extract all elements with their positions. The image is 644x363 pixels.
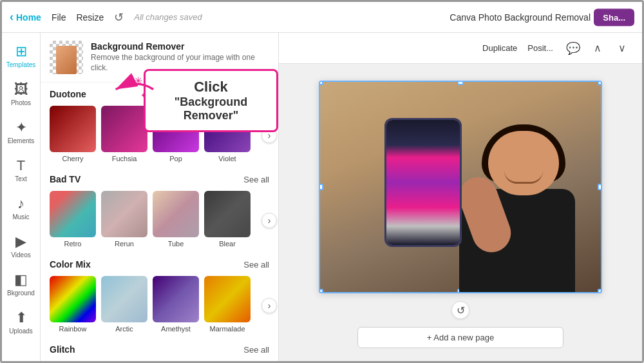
- retro-thumb: [50, 191, 96, 237]
- sidebar-item-videos[interactable]: ▶ Videos: [5, 228, 38, 264]
- glitch-see-all[interactable]: See all: [243, 345, 269, 355]
- sidebar-label-text: Text: [15, 175, 26, 182]
- tube-thumb: [153, 191, 199, 237]
- filter-violet[interactable]: Violet: [204, 106, 251, 162]
- filter-rerun[interactable]: Rerun: [101, 191, 147, 248]
- filter-blear[interactable]: Blear: [204, 191, 251, 248]
- duotone-see-all[interactable]: See all: [243, 90, 269, 99]
- duotone-header: Duotone See all: [41, 83, 278, 103]
- music-icon: ♪: [17, 195, 24, 212]
- sidebar-item-templates[interactable]: ⊞ Templates: [5, 38, 38, 74]
- filter-marmalade[interactable]: Marmalade: [204, 276, 251, 333]
- color-mix-grid: Rainbow Arctic Amethyst Marmalade ›: [41, 273, 278, 338]
- marmalade-thumb: [204, 276, 251, 322]
- glitch-title: Glitch: [50, 344, 75, 355]
- sidebar-label-videos: Videos: [11, 251, 30, 259]
- sidebar-label-templates: Templates: [6, 61, 36, 68]
- phone-image: [384, 118, 462, 247]
- bg-remover-title: Background Remover: [91, 41, 269, 52]
- main-layout: ⊞ Templates 🖼 Photos ✦ Elements T Text ♪…: [2, 33, 642, 363]
- color-mix-section: Color Mix See all Rainbow Arctic Amethys…: [41, 253, 278, 338]
- filter-pop[interactable]: Pop: [153, 106, 199, 162]
- bg-remover-description: Remove the background of your image with…: [91, 53, 269, 73]
- uploads-icon: ⬆: [15, 309, 27, 326]
- filter-amethyst[interactable]: Amethyst: [153, 276, 199, 333]
- blear-thumb: [204, 191, 251, 237]
- filter-arctic[interactable]: Arctic: [101, 276, 147, 333]
- templates-icon: ⊞: [15, 43, 27, 60]
- amethyst-thumb: [153, 276, 199, 322]
- undo-icon[interactable]: ↺: [114, 10, 124, 25]
- sidebar-item-elements[interactable]: ✦ Elements: [5, 114, 38, 150]
- chevron-down-button[interactable]: ∨: [612, 39, 632, 58]
- text-icon: T: [17, 157, 25, 174]
- bad-tv-see-all[interactable]: See all: [243, 175, 269, 184]
- arctic-label: Arctic: [115, 325, 133, 333]
- sidebar-label-uploads: Uploads: [9, 328, 33, 335]
- color-mix-header: Color Mix See all: [41, 253, 278, 273]
- violet-label: Violet: [218, 155, 236, 162]
- handle-mr[interactable]: [598, 184, 601, 190]
- handle-tm[interactable]: [457, 82, 464, 85]
- canvas-area: ↺ + Add a new page: [279, 64, 642, 363]
- sidebar-label-elements: Elements: [8, 137, 35, 144]
- rainbow-thumb: [50, 276, 96, 322]
- sidebar-item-photos[interactable]: 🖼 Photos: [5, 76, 38, 112]
- nav-home[interactable]: Home: [10, 10, 41, 24]
- bg-remover-thumbnail: [50, 41, 83, 74]
- canvas-image: [320, 82, 601, 292]
- duotone-section: Duotone See all Cherry Fuchsia Pop: [41, 83, 278, 168]
- nav-resize[interactable]: Resize: [76, 12, 104, 23]
- saved-status: All changes saved: [134, 12, 202, 22]
- duotone-next-button[interactable]: ›: [261, 128, 277, 143]
- violet-thumb: [204, 106, 251, 152]
- app-title: Canva Photo Background Removal: [450, 12, 591, 23]
- nav-file[interactable]: File: [52, 12, 66, 23]
- filter-rainbow[interactable]: Rainbow: [50, 276, 96, 333]
- glitch-grid: ›: [41, 358, 278, 363]
- glitch-header: Glitch See all: [41, 338, 278, 358]
- cherry-label: Cherry: [62, 155, 83, 162]
- sidebar-item-uploads[interactable]: ⬆ Uploads: [5, 304, 38, 340]
- handle-bl[interactable]: [320, 289, 323, 292]
- retro-label: Retro: [64, 240, 82, 248]
- comment-icon-button[interactable]: 💬: [564, 39, 583, 58]
- filter-cherry[interactable]: Cherry: [50, 106, 96, 162]
- filter-retro[interactable]: Retro: [50, 191, 96, 248]
- sidebar-item-music[interactable]: ♪ Music: [5, 190, 38, 226]
- filter-tube[interactable]: Tube: [153, 191, 199, 248]
- bg-remover-header[interactable]: Background Remover Remove the background…: [41, 33, 278, 83]
- canvas-frame[interactable]: [319, 81, 602, 293]
- handle-tl[interactable]: [320, 82, 323, 85]
- bad-tv-next-button[interactable]: ›: [261, 213, 277, 228]
- sidebar-icons: ⊞ Templates 🖼 Photos ✦ Elements T Text ♪…: [2, 33, 41, 363]
- sidebar-item-bkground[interactable]: ◧ Bkground: [5, 266, 38, 302]
- share-button[interactable]: Sha...: [594, 8, 634, 26]
- right-toolbar: Duplicate Posit... 💬 ∧ ∨: [279, 33, 642, 64]
- blear-label: Blear: [219, 240, 236, 248]
- amethyst-label: Amethyst: [161, 325, 191, 333]
- color-mix-see-all[interactable]: See all: [243, 260, 269, 270]
- rotate-button[interactable]: ↺: [451, 301, 469, 319]
- fuchsia-thumb: [101, 106, 147, 152]
- effects-panel: Background Remover Remove the background…: [41, 33, 279, 363]
- bad-tv-grid: Retro Rerun Tube Blear ›: [41, 188, 278, 253]
- handle-tr[interactable]: [598, 82, 601, 85]
- duplicate-button[interactable]: Duplicate: [482, 43, 517, 53]
- position-button[interactable]: Posit...: [527, 43, 553, 53]
- bkground-icon: ◧: [14, 271, 28, 288]
- photos-icon: 🖼: [14, 81, 28, 98]
- bg-remover-text: Background Remover Remove the background…: [91, 41, 269, 73]
- sidebar-item-text[interactable]: T Text: [5, 152, 38, 188]
- videos-icon: ▶: [15, 233, 26, 250]
- bg-remover-thumb-img: [56, 46, 77, 74]
- filter-fuchsia[interactable]: Fuchsia: [101, 106, 147, 162]
- sidebar-label-music: Music: [12, 213, 29, 221]
- handle-br[interactable]: [598, 289, 601, 292]
- elements-icon: ✦: [15, 119, 27, 136]
- add-page-button[interactable]: + Add a new page: [357, 327, 564, 348]
- handle-ml[interactable]: [320, 184, 323, 190]
- color-mix-next-button[interactable]: ›: [261, 298, 277, 313]
- chevron-up-button[interactable]: ∧: [588, 39, 607, 58]
- marmalade-label: Marmalade: [209, 325, 245, 333]
